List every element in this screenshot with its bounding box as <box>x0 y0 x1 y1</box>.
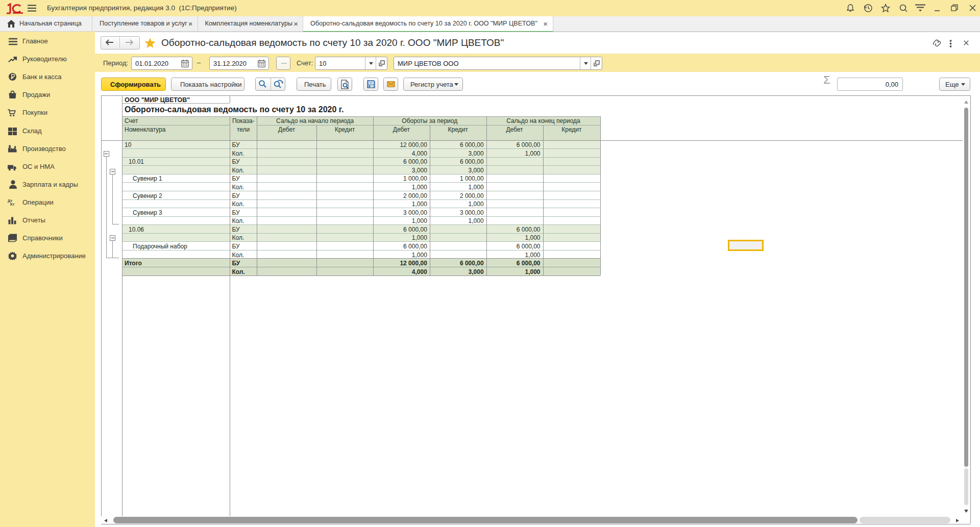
svg-text:Кт: Кт <box>10 202 15 207</box>
